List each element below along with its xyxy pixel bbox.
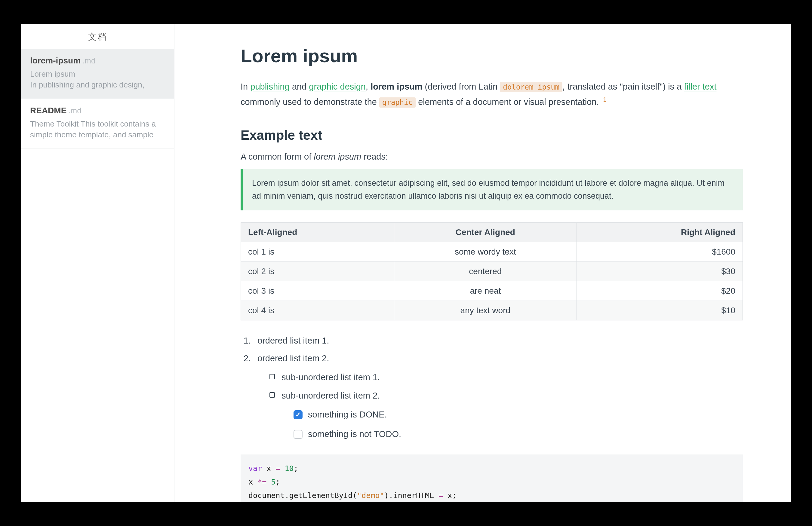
example-table: Left-Aligned Center Aligned Right Aligne… <box>241 222 743 320</box>
app-window: 文档 lorem-ipsum .md Lorem ipsum In publis… <box>21 24 791 502</box>
document-list: lorem-ipsum .md Lorem ipsum In publishin… <box>21 49 174 149</box>
checkbox-checked-icon[interactable] <box>293 410 303 419</box>
list-item: ordered list item 1. <box>253 332 743 349</box>
th-center: Center Aligned <box>394 222 577 242</box>
page-title: Lorem ipsum <box>241 45 743 66</box>
lead-paragraph: A common form of lorem ipsum reads: <box>241 152 743 162</box>
doc-title: README <box>30 106 67 116</box>
th-left: Left-Aligned <box>241 222 394 242</box>
link-publishing[interactable]: publishing <box>250 82 290 91</box>
sub-unordered-list: sub-unordered list item 1. sub-unordered… <box>258 369 743 442</box>
section-title-example: Example text <box>241 128 743 143</box>
doc-item-lorem-ipsum[interactable]: lorem-ipsum .md Lorem ipsum In publishin… <box>21 49 174 99</box>
task-label: something is DONE. <box>308 406 387 423</box>
sidebar: 文档 lorem-ipsum .md Lorem ipsum In publis… <box>21 24 174 502</box>
list-item: ordered list item 2. sub-unordered list … <box>253 350 743 442</box>
doc-preview: Lorem ipsum In publishing and graphic de… <box>30 69 165 90</box>
code-graphic: graphic <box>379 97 416 108</box>
doc-title: lorem-ipsum <box>30 56 81 65</box>
checkbox-unchecked-icon[interactable] <box>293 430 303 439</box>
task-item-todo: something is not TODO. <box>293 426 743 442</box>
sidebar-title: 文档 <box>21 24 174 49</box>
blockquote: Lorem ipsum dolor sit amet, consectetur … <box>241 169 743 210</box>
table-row: col 2 is centered $30 <box>241 261 743 281</box>
doc-preview: Theme Toolkit This toolkit contains a si… <box>30 118 165 140</box>
list-item: sub-unordered list item 2. something is … <box>270 388 743 442</box>
table-header-row: Left-Aligned Center Aligned Right Aligne… <box>241 222 743 242</box>
list-item: sub-unordered list item 1. <box>270 369 743 386</box>
task-label: something is not TODO. <box>308 426 401 442</box>
doc-extension: .md <box>68 106 81 116</box>
ordered-list: ordered list item 1. ordered list item 2… <box>241 332 743 443</box>
task-item-done: something is DONE. <box>293 406 743 423</box>
table-row: col 3 is are neat $20 <box>241 281 743 301</box>
footnote-ref-1[interactable]: 1 <box>603 96 607 103</box>
document-content: Lorem ipsum In publishing and graphic de… <box>174 24 791 502</box>
code-block: var x = 10; x *= 5; document.getElementB… <box>241 454 743 502</box>
th-right: Right Aligned <box>577 222 742 242</box>
link-graphic-design[interactable]: graphic design <box>309 82 366 91</box>
bold-lorem-ipsum: lorem ipsum <box>371 82 422 91</box>
doc-extension: .md <box>83 56 95 65</box>
intro-paragraph: In publishing and graphic design, lorem … <box>241 79 743 110</box>
table-row: col 1 is some wordy text $1600 <box>241 242 743 261</box>
code-dolorem-ipsum: dolorem ipsum <box>500 82 562 92</box>
doc-item-readme[interactable]: README .md Theme Toolkit This toolkit co… <box>21 99 174 149</box>
task-list: something is DONE. something is not TODO… <box>281 406 743 442</box>
link-filler-text[interactable]: filler text <box>684 82 717 91</box>
table-row: col 4 is any text word $10 <box>241 301 743 320</box>
